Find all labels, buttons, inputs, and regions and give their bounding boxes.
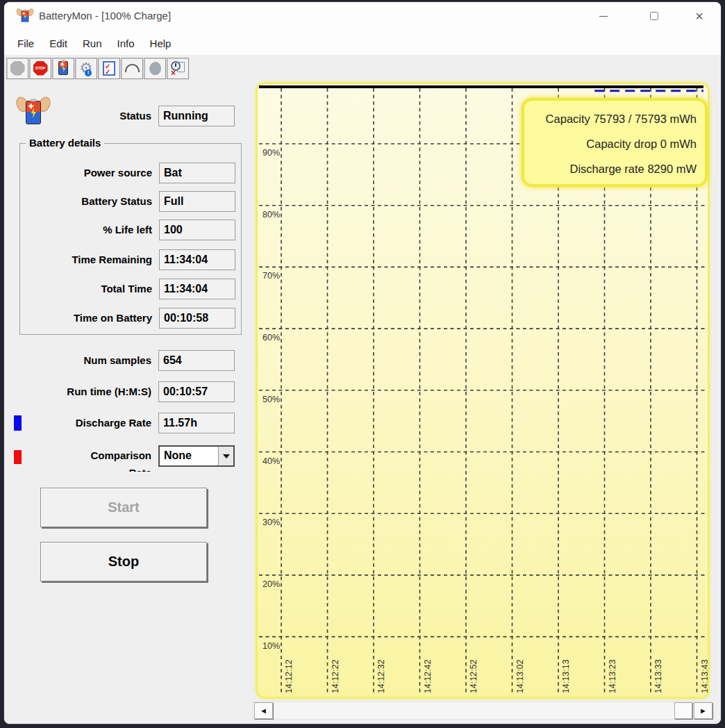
chevron-down-icon <box>223 454 230 458</box>
menu-run[interactable]: Run <box>75 35 110 52</box>
time-on-battery-value: 00:10:58 <box>159 308 235 329</box>
svg-text:60%: 60% <box>262 333 280 342</box>
arrow-left-icon: ◄ <box>260 706 267 715</box>
capacity-line: Capacity 75793 / 75793 mWh <box>524 106 697 131</box>
svg-text:14:13:43: 14:13:43 <box>700 659 708 693</box>
total-time-row: Total Time 11:34:04 <box>20 279 260 299</box>
toolbar-record-button[interactable] <box>6 58 28 79</box>
battery-icon: ✚ <box>58 61 68 75</box>
svg-text:14:13:02: 14:13:02 <box>515 659 525 693</box>
app-icon: ✚ <box>17 8 33 24</box>
time-remaining-value: 11:34:04 <box>159 249 235 270</box>
battery-icon: ✚ <box>22 10 29 22</box>
scroll-left-button[interactable]: ◄ <box>254 702 273 719</box>
time-remaining-label: Time Remaining <box>20 254 152 265</box>
capacity-info-box: Capacity 75793 / 75793 mWh Capacity drop… <box>522 98 708 187</box>
comparison-legend-swatch <box>14 450 22 464</box>
svg-text:14:12:22: 14:12:22 <box>331 659 340 693</box>
start-button[interactable]: Start <box>40 488 207 527</box>
chart-horizontal-scrollbar[interactable]: ◄ ► <box>253 702 714 720</box>
menu-bar: File Edit Run Info Help <box>4 31 721 55</box>
toolbar-silhouette-button[interactable] <box>144 58 166 79</box>
toolbar-stop-button[interactable]: STOP <box>29 58 51 79</box>
life-left-row: % Life left 100 <box>20 220 260 240</box>
svg-text:30%: 30% <box>262 518 280 527</box>
close-button[interactable]: × <box>683 2 715 30</box>
svg-text:10%: 10% <box>262 641 280 651</box>
time-on-battery-row: Time on Battery 00:10:58 <box>20 308 260 329</box>
scrollbar-thumb[interactable] <box>674 702 692 719</box>
menu-help[interactable]: Help <box>142 35 179 52</box>
life-left-label: % Life left <box>20 224 152 235</box>
gauge-icon <box>125 64 140 72</box>
battery-details-group: Battery details Power source Bat Battery… <box>19 143 242 335</box>
discharge-rate-legend-swatch <box>14 415 22 431</box>
arrow-right-icon: ► <box>699 706 707 715</box>
time-on-battery-label: Time on Battery <box>20 312 152 324</box>
toolbar-gauge-button[interactable] <box>121 58 143 79</box>
checklist-icon: ✓✓ <box>103 61 115 76</box>
minimize-button[interactable] <box>588 2 619 30</box>
maximize-button[interactable] <box>638 2 670 30</box>
battery-status-row: Battery Status Full <box>20 191 260 212</box>
comparison-selected-value: None <box>164 449 192 462</box>
comparison-row: Comparison None <box>4 445 244 466</box>
maximize-icon <box>650 12 658 20</box>
comparison-label: Comparison <box>4 449 151 461</box>
comparison-dropdown[interactable]: None <box>158 445 235 467</box>
clock-person-icon: × <box>170 60 185 76</box>
num-samples-value: 654 <box>158 350 235 371</box>
svg-text:20%: 20% <box>262 579 280 589</box>
svg-text:14:12:42: 14:12:42 <box>423 659 433 693</box>
toolbar-battery-button[interactable]: ✚ <box>52 58 74 79</box>
svg-text:14:12:52: 14:12:52 <box>469 659 478 693</box>
toolbar-checklist-button[interactable]: ✓✓ <box>98 58 120 79</box>
close-icon: × <box>695 9 703 23</box>
status-label: Status <box>4 110 151 122</box>
dropdown-button[interactable] <box>218 447 233 465</box>
client-area: ✚ Status Running Battery details Power s… <box>4 81 721 724</box>
status-value: Running <box>158 106 235 126</box>
svg-text:14:12:12: 14:12:12 <box>284 659 294 693</box>
run-time-label: Run time (H:M:S) <box>4 386 151 397</box>
status-row: Status Running <box>4 106 244 126</box>
toolbar-settings-button[interactable]: ⚙! <box>75 58 97 79</box>
num-samples-row: Num samples 654 <box>4 350 244 371</box>
info-badge-icon: ! <box>85 69 92 76</box>
battery-chart: 14:12:1214:12:2214:12:3214:12:4214:12:52… <box>256 82 710 699</box>
svg-text:40%: 40% <box>262 456 280 466</box>
time-remaining-row: Time Remaining 11:34:04 <box>20 249 260 270</box>
svg-text:70%: 70% <box>262 271 280 281</box>
discharge-rate-value: 11.57h <box>158 413 235 433</box>
capacity-drop-line: Capacity drop 0 mWh <box>524 131 697 156</box>
battery-status-label: Battery Status <box>20 195 152 207</box>
svg-text:90%: 90% <box>262 148 280 158</box>
run-time-value: 00:10:57 <box>158 381 235 402</box>
power-source-row: Power source Bat <box>20 163 260 183</box>
discharge-rate-label: Discharge Rate <box>4 417 151 429</box>
silhouette-icon <box>148 60 162 76</box>
discharge-rate-line: Discharge rate 8290 mW <box>524 156 697 181</box>
scroll-right-button[interactable]: ► <box>694 702 712 719</box>
power-source-label: Power source <box>20 167 152 179</box>
minimize-icon <box>599 16 608 17</box>
comparison-clipped-label: Rate <box>4 467 151 472</box>
x-mark-icon: × <box>171 69 176 77</box>
run-time-row: Run time (H:M:S) 00:10:57 <box>4 381 244 402</box>
title-bar: ✚ BatteryMon - [100% Charge] × <box>4 2 721 31</box>
power-source-value: Bat <box>159 163 235 183</box>
group-title: Battery details <box>26 137 104 149</box>
svg-text:14:13:23: 14:13:23 <box>608 659 617 693</box>
svg-text:14:13:33: 14:13:33 <box>653 659 663 693</box>
menu-file[interactable]: File <box>10 35 42 52</box>
total-time-label: Total Time <box>20 283 152 295</box>
svg-text:80%: 80% <box>262 210 280 220</box>
menu-info[interactable]: Info <box>110 35 142 52</box>
menu-edit[interactable]: Edit <box>42 35 75 52</box>
gray-octagon-icon <box>10 61 25 76</box>
stop-button[interactable]: Stop <box>40 542 207 581</box>
discharge-rate-row: Discharge Rate 11.57h <box>4 413 244 433</box>
toolbar-scheduler-button[interactable]: × <box>167 58 189 79</box>
toolbar: STOP ✚ ⚙! ✓✓ × <box>4 55 721 81</box>
life-left-value: 100 <box>159 220 235 240</box>
